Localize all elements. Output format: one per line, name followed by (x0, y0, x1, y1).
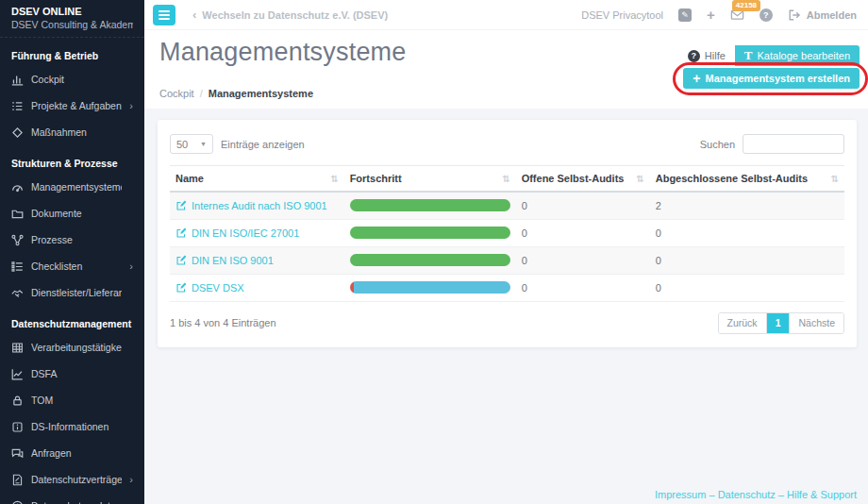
help-button[interactable]: ? Hilfe (678, 45, 735, 66)
gauge-icon (11, 181, 24, 193)
sidebar-item-checklisten[interactable]: Checklisten › (0, 253, 144, 279)
diamond-icon (11, 126, 24, 139)
sidebar-item-label: Projekte & Aufgaben (31, 100, 122, 111)
sidebar-item-label: Dokumente (31, 208, 122, 219)
help-icon[interactable]: ? (760, 8, 773, 22)
progress-segment (350, 254, 510, 266)
chartline-icon (11, 368, 24, 380)
footer-link-impressum[interactable]: Impressum (655, 489, 706, 500)
sidebar-item-tom[interactable]: TOM › (0, 387, 144, 413)
table-row: DSEV DSX 0 0 (170, 274, 844, 301)
footer-link-hilfe-support[interactable]: Hilfe & Support (787, 489, 857, 500)
brand[interactable]: DSEV ONLINE DSEV Consulting & Akademie …… (0, 0, 144, 38)
edit-icon (175, 227, 187, 239)
chat-icon (11, 447, 24, 460)
sidebar-item-label: TOM (31, 395, 122, 406)
sidebar-item-ds-informationen[interactable]: DS-Informationen › (0, 413, 144, 440)
flow-icon (11, 234, 24, 246)
text-icon: T (744, 48, 753, 63)
table-column-header: Offene Selbst-Audits ⇅ (516, 166, 650, 193)
managementsystem-link[interactable]: DIN EN ISO 9001 (175, 255, 339, 266)
folder-icon (11, 208, 24, 220)
breadcrumb-cockpit[interactable]: Cockpit (159, 88, 194, 99)
sort-icon[interactable]: ⇅ (831, 174, 839, 184)
chevron-right-icon: › (129, 100, 135, 111)
create-managementsystem-button[interactable]: + Managementsystem erstellen (683, 68, 860, 89)
content-area: 50 ▼ Einträge anzeigen Suchen Name ⇅ For… (144, 109, 868, 504)
progress-bar (350, 227, 510, 239)
table-info: 1 bis 4 von 4 Einträgen (170, 317, 276, 328)
sidebar-item-label: Cockpit (31, 74, 122, 85)
info-icon (11, 421, 24, 433)
managementsystem-link[interactable]: DIN EN ISO/IEC 27001 (175, 227, 339, 239)
managementsystem-name: DIN EN ISO/IEC 27001 (192, 227, 299, 239)
contract-icon (11, 474, 24, 486)
sidebar-item-cockpit[interactable]: Cockpit › (0, 66, 144, 92)
pagination-page-1[interactable]: 1 (766, 313, 790, 333)
sort-icon[interactable]: ⇅ (636, 174, 643, 184)
plus-icon[interactable]: + (707, 8, 715, 22)
pagination-prev[interactable]: Zurück (719, 313, 766, 333)
chevron-down-icon: ▼ (200, 141, 207, 147)
sidebar-item-datenschutzvertr-ge[interactable]: Datenschutzverträge › (0, 466, 144, 493)
managementsystems-table: Name ⇅ Fortschritt ⇅ Offene Selbst-Audit… (170, 165, 844, 302)
sort-icon[interactable]: ⇅ (502, 174, 509, 184)
sidebar-item-label: Datenschutzverletzungen (31, 500, 122, 504)
sidebar-item-prozesse[interactable]: Prozesse › (0, 227, 144, 253)
managementsystem-name: Internes Audit nach ISO 9001 (192, 200, 327, 211)
managementsystem-link[interactable]: Internes Audit nach ISO 9001 (175, 200, 339, 211)
sidebar-item-projekte-aufgaben[interactable]: Projekte & Aufgaben › (0, 92, 144, 119)
progress-segment (354, 281, 510, 294)
sort-icon[interactable]: ⇅ (330, 174, 338, 184)
chevron-right-icon: › (129, 474, 135, 485)
edit-catalogs-button[interactable]: T Kataloge bearbeiten (735, 45, 860, 66)
page-length-select[interactable]: 50 ▼ (170, 134, 213, 154)
search-input[interactable] (743, 134, 844, 154)
messages-button[interactable]: 42158 (730, 8, 744, 22)
sidebar-item-verarbeitungst-tigkeiten[interactable]: Verarbeitungstätigkeiten › (0, 334, 144, 361)
managementsystem-name: DSEV DSX (192, 282, 244, 294)
sidebar-item-ma-nahmen[interactable]: Maßnahmen › (0, 119, 144, 145)
progress-bar (350, 281, 510, 294)
sidebar-item-anfragen[interactable]: Anfragen › (0, 440, 144, 466)
table-row: Internes Audit nach ISO 9001 0 2 (170, 192, 844, 219)
lock-icon (11, 395, 24, 407)
managementsystem-link[interactable]: DSEV DSX (175, 282, 339, 294)
closed-audits-count: 2 (656, 200, 661, 211)
chevron-left-icon: ‹ (192, 8, 196, 21)
handshake-icon (11, 287, 24, 299)
sidebar-item-label: Checklisten (31, 260, 122, 272)
sidebar-section: Führung & Betrieb Cockpit › Projekte & A… (0, 38, 144, 145)
sidebar-item-managementsysteme[interactable]: Managementsysteme › (0, 174, 144, 200)
table-row: DIN EN ISO 9001 0 0 (170, 246, 844, 274)
brand-subtitle: DSEV Consulting & Akademie … (11, 19, 133, 30)
menu-toggle-button[interactable] (153, 5, 175, 25)
table-column-header: Abgeschlossene Selbst-Audits ⇅ (650, 166, 844, 193)
edit-icon (175, 200, 187, 211)
sidebar-section: Strukturen & Prozesse Managementsysteme … (0, 145, 144, 306)
switch-org-link[interactable]: ‹ Wechseln zu Datenschutz e.V. (DSEV) (192, 8, 388, 21)
closed-audits-count: 0 (656, 255, 661, 266)
brand-title: DSEV ONLINE (11, 6, 133, 17)
open-audits-count: 0 (522, 282, 527, 294)
sidebar-section-label: Strukturen & Prozesse (0, 145, 144, 174)
table-row: DIN EN ISO/IEC 27001 0 0 (170, 219, 844, 246)
sidebar-item-label: DSFA (31, 368, 122, 379)
managementsystem-name: DIN EN ISO 9001 (192, 255, 274, 266)
pagination-next[interactable]: Nächste (789, 313, 843, 333)
footer-link-datenschutz[interactable]: Datenschutz (718, 489, 776, 500)
edit-icon[interactable]: ✎ (678, 8, 692, 22)
sidebar-section-label: Führung & Betrieb (0, 38, 144, 66)
managementsystems-card: 50 ▼ Einträge anzeigen Suchen Name ⇅ For… (158, 120, 857, 347)
sidebar-item-dsfa[interactable]: DSFA › (0, 361, 144, 387)
sidebar-item-label: Prozesse (31, 234, 122, 245)
search-label: Suchen (700, 139, 735, 150)
sidebar-item-label: Maßnahmen (31, 126, 122, 138)
logout-button[interactable]: Abmelden (788, 8, 857, 22)
sidebar-item-datenschutzverletzungen[interactable]: Datenschutzverletzungen › (0, 493, 144, 504)
sidebar-item-dienstleister-lieferanten[interactable]: Dienstleister/Lieferanten › (0, 279, 144, 306)
plus-icon: + (693, 71, 700, 86)
sidebar-item-dokumente[interactable]: Dokumente › (0, 200, 144, 227)
sign-out-icon (788, 8, 801, 22)
privacytool-label: DSEV Privacytool (581, 9, 663, 21)
